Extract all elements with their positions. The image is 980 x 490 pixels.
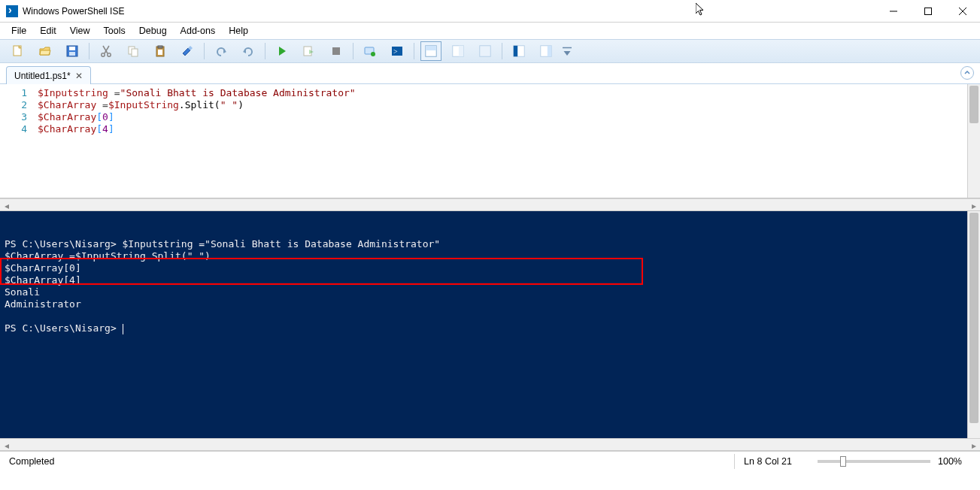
script-tab-strip: Untitled1.ps1* ✕ [0, 63, 980, 84]
title-bar: Windows PowerShell ISE [0, 0, 980, 23]
menu-help[interactable]: Help [222, 24, 255, 38]
zoom-slider[interactable] [818, 460, 930, 463]
script-editor-pane: 1 2 3 4 $Inputstring ="Sonali Bhatt is D… [0, 84, 980, 198]
menu-addons[interactable]: Add-ons [174, 24, 223, 38]
paste-button[interactable] [150, 41, 171, 61]
cut-button[interactable] [96, 41, 117, 61]
svg-point-11 [108, 53, 111, 56]
clear-button[interactable] [177, 41, 198, 61]
status-cursor-position: Ln 8 Col 21 [734, 454, 801, 469]
minimize-button[interactable] [876, 0, 911, 23]
svg-point-20 [371, 52, 375, 56]
svg-rect-31 [548, 46, 551, 56]
svg-rect-7 [69, 52, 75, 56]
svg-rect-16 [158, 50, 162, 55]
svg-rect-29 [514, 46, 517, 56]
menu-debug[interactable]: Debug [132, 24, 174, 38]
show-script-top-button[interactable] [420, 41, 441, 61]
run-button[interactable] [272, 41, 293, 61]
stop-button[interactable] [326, 41, 347, 61]
console-output: Sonali [5, 286, 40, 298]
editor-horizontal-scrollbar[interactable]: ◂▸ [0, 198, 980, 211]
console-line: PS C:\Users\Nisarg> $Inputstring ="Sonal… [5, 238, 440, 250]
script-editor[interactable]: $Inputstring ="Sonali Bhatt is Database … [38, 84, 967, 198]
menu-file[interactable]: File [5, 24, 33, 38]
annotation-highlight-box [0, 258, 643, 285]
line-number-gutter: 1 2 3 4 [0, 84, 38, 198]
svg-point-10 [102, 53, 105, 56]
console-pane-wrap: PS C:\Users\Nisarg> $Inputstring ="Sonal… [0, 211, 980, 438]
show-command-addon-button[interactable] [536, 41, 557, 61]
maximize-button[interactable] [911, 0, 945, 23]
undo-button[interactable] [211, 41, 232, 61]
collapse-script-pane-button[interactable] [960, 66, 974, 80]
console-horizontal-scrollbar[interactable]: ◂▸ [0, 438, 980, 451]
new-button[interactable] [8, 41, 29, 61]
menu-bar: File Edit View Tools Debug Add-ons Help [0, 23, 980, 39]
editor-vertical-scrollbar[interactable] [967, 84, 980, 198]
svg-rect-1 [925, 8, 932, 15]
svg-rect-26 [459, 46, 463, 56]
open-button[interactable] [35, 41, 56, 61]
close-tab-icon[interactable]: ✕ [75, 71, 83, 81]
script-tab[interactable]: Untitled1.ps1* ✕ [6, 66, 91, 84]
console-prompt: PS C:\Users\Nisarg> [5, 322, 123, 334]
save-button[interactable] [62, 41, 83, 61]
status-left: Completed [9, 456, 54, 467]
svg-rect-15 [158, 46, 162, 48]
new-remote-tab-button[interactable] [360, 41, 381, 61]
zoom-value: 100% [938, 456, 962, 467]
console-vertical-scrollbar[interactable] [967, 211, 980, 438]
svg-rect-13 [132, 49, 138, 56]
zoom-control[interactable]: 100% [801, 454, 971, 469]
menu-view[interactable]: View [63, 24, 97, 38]
svg-rect-24 [426, 46, 436, 50]
svg-rect-27 [480, 46, 490, 56]
code-line: $CharArray =$InputString.Split(" ") [38, 99, 967, 111]
console-caret [123, 324, 123, 334]
show-script-right-button[interactable] [448, 41, 469, 61]
menu-edit[interactable]: Edit [33, 24, 63, 38]
window-title: Windows PowerShell ISE [23, 6, 124, 17]
menu-tools[interactable]: Tools [97, 24, 132, 38]
svg-text:>: > [393, 47, 398, 56]
app-icon [6, 5, 18, 17]
copy-button[interactable] [123, 41, 144, 61]
toolbar-overflow-button[interactable] [563, 41, 572, 61]
script-tab-label: Untitled1.ps1* [14, 71, 71, 81]
close-button[interactable] [945, 0, 980, 23]
start-powershell-button[interactable]: > [387, 41, 408, 61]
redo-button[interactable] [238, 41, 259, 61]
toolbar: > [0, 39, 980, 63]
show-script-max-button[interactable] [475, 41, 496, 61]
status-bar: Completed Ln 8 Col 21 100% [0, 451, 980, 471]
code-line: $CharArray[0] [38, 111, 967, 123]
code-line: $CharArray[4] [38, 123, 967, 135]
code-line: $Inputstring ="Sonali Bhatt is Database … [38, 87, 967, 99]
run-selection-button[interactable] [299, 41, 320, 61]
console-output: Administrator [5, 298, 81, 310]
svg-rect-18 [332, 47, 340, 55]
console-pane[interactable]: PS C:\Users\Nisarg> $Inputstring ="Sonal… [0, 211, 967, 438]
show-command-window-button[interactable] [508, 41, 529, 61]
svg-rect-6 [69, 47, 75, 50]
